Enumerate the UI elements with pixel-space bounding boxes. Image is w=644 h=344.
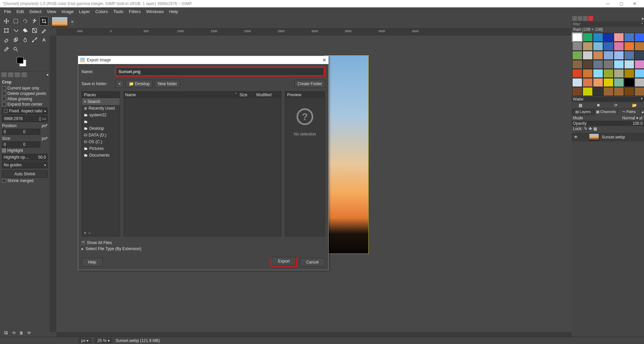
chk-allow-growing[interactable] bbox=[2, 97, 6, 101]
pattern-swatch[interactable] bbox=[614, 33, 624, 42]
pattern-swatch[interactable] bbox=[624, 78, 634, 87]
reset-options-icon[interactable]: ⟳ bbox=[28, 331, 31, 335]
pattern-swatch[interactable] bbox=[572, 51, 582, 60]
pattern-swatch[interactable] bbox=[635, 51, 644, 60]
status-zoom[interactable]: 25 % ▾ bbox=[95, 338, 112, 343]
tool-pencil[interactable] bbox=[40, 26, 48, 35]
pattern-swatch[interactable] bbox=[635, 87, 644, 96]
export-button[interactable]: Export bbox=[272, 257, 296, 266]
tab-fonts-icon[interactable] bbox=[583, 16, 588, 21]
pattern-swatch[interactable] bbox=[593, 69, 603, 78]
tab-channels[interactable]: ▦ Channels bbox=[595, 109, 618, 115]
opacity-value[interactable]: 100.0 bbox=[633, 121, 643, 126]
place-os-c[interactable]: ⛁OS (C:) bbox=[82, 138, 120, 145]
pattern-swatch[interactable] bbox=[624, 69, 634, 78]
pattern-swatch[interactable] bbox=[593, 78, 603, 87]
pattern-swatch[interactable] bbox=[603, 51, 613, 60]
restore-options-icon[interactable]: ⟲ bbox=[12, 331, 15, 335]
fixed-aspect-dropdown[interactable]: Fixed Aspect ratio ▾ bbox=[2, 108, 48, 114]
tab-undo-history-icon[interactable] bbox=[15, 72, 20, 77]
pattern-swatch[interactable] bbox=[583, 51, 593, 60]
fg-color-swatch[interactable] bbox=[17, 57, 23, 64]
layer-item[interactable]: 👁 Sunset.webp bbox=[572, 133, 644, 141]
document-tab-close[interactable]: ✕ bbox=[70, 20, 74, 24]
tool-rect-select[interactable] bbox=[11, 17, 20, 25]
pattern-swatch[interactable] bbox=[593, 60, 603, 69]
pos-y-input[interactable]: 0 bbox=[21, 129, 40, 135]
file-list-body[interactable] bbox=[124, 98, 281, 236]
menu-image[interactable]: Image bbox=[59, 8, 76, 15]
pattern-swatch[interactable] bbox=[583, 87, 593, 96]
tool-color-picker[interactable] bbox=[2, 45, 11, 54]
lock-pixels-icon[interactable]: ✎ bbox=[584, 126, 587, 131]
document-tab-sunset[interactable] bbox=[52, 17, 68, 27]
pattern-swatch[interactable] bbox=[593, 51, 603, 60]
pattern-swatch[interactable] bbox=[635, 33, 644, 42]
help-button[interactable]: Help bbox=[82, 258, 103, 267]
lock-position-icon[interactable]: ✥ bbox=[589, 126, 592, 131]
tool-fuzzy-select[interactable] bbox=[30, 17, 39, 25]
pattern-swatch[interactable] bbox=[635, 42, 644, 51]
menu-tools[interactable]: Tools bbox=[111, 8, 126, 15]
tab-brushes-icon[interactable] bbox=[572, 16, 577, 21]
place-documents[interactable]: 🖿Documents bbox=[82, 152, 120, 159]
delete-options-icon[interactable]: 🗑 bbox=[19, 331, 23, 335]
pos-x-input[interactable]: 0 bbox=[2, 129, 21, 135]
pattern-swatch[interactable] bbox=[635, 78, 644, 87]
pattern-swatch[interactable] bbox=[603, 60, 613, 69]
pattern-swatch[interactable] bbox=[572, 78, 582, 87]
pattern-open-icon[interactable]: 📂 bbox=[632, 103, 637, 108]
pattern-refresh-icon[interactable]: ⟳ bbox=[614, 103, 618, 108]
pattern-swatch[interactable] bbox=[572, 42, 582, 51]
tab-tool-options-icon[interactable] bbox=[1, 72, 7, 77]
dialog-close-button[interactable]: ✕ bbox=[322, 57, 326, 63]
place-desktop[interactable]: 🖿Desktop bbox=[82, 125, 120, 132]
ratio-input[interactable]: 3968:2976 ▯ ▭ bbox=[2, 115, 48, 122]
menu-windows[interactable]: Windows bbox=[143, 8, 166, 15]
pattern-swatch[interactable] bbox=[583, 42, 593, 51]
tab-layers[interactable]: ▤ Layers bbox=[572, 109, 595, 115]
tool-eraser[interactable] bbox=[2, 36, 11, 44]
menu-help[interactable]: Help bbox=[166, 8, 181, 15]
menu-view[interactable]: View bbox=[44, 8, 59, 15]
tool-gradient[interactable] bbox=[30, 26, 39, 35]
menu-layer[interactable]: Layer bbox=[76, 8, 93, 15]
chk-current-layer[interactable] bbox=[2, 86, 6, 90]
pattern-edit-icon[interactable]: ▦ bbox=[579, 103, 582, 108]
tool-zoom[interactable] bbox=[11, 45, 20, 54]
chk-show-all-files[interactable]: ✕ bbox=[82, 241, 85, 244]
place-pictures[interactable]: 🖿Pictures bbox=[82, 145, 120, 152]
dock-menu-right-icon[interactable]: ◂ bbox=[641, 16, 643, 21]
tab-paths[interactable]: ⤳ Paths bbox=[618, 109, 641, 115]
pattern-swatch[interactable] bbox=[614, 69, 624, 78]
menu-select[interactable]: Select bbox=[26, 8, 44, 15]
menu-file[interactable]: File bbox=[1, 8, 14, 15]
pattern-swatch[interactable] bbox=[624, 87, 634, 96]
window-maximize-button[interactable]: ▢ bbox=[614, 1, 628, 6]
pattern-swatch[interactable] bbox=[603, 42, 613, 51]
lock-alpha-icon[interactable]: ▦ bbox=[593, 126, 597, 131]
tool-free-select[interactable] bbox=[21, 17, 30, 25]
tab-history-icon[interactable] bbox=[588, 16, 593, 21]
scrollbar-horizontal[interactable] bbox=[56, 332, 572, 337]
chk-shrink-merged[interactable] bbox=[2, 179, 6, 183]
menu-filters[interactable]: Filters bbox=[126, 8, 143, 15]
highlight-opacity-slider[interactable]: Highlight op…50.0 bbox=[2, 154, 48, 161]
tab-device-status-icon[interactable] bbox=[8, 72, 13, 77]
path-segment-new-folder[interactable]: New folder bbox=[155, 80, 180, 88]
pattern-swatch[interactable] bbox=[603, 78, 613, 87]
tool-warp[interactable] bbox=[11, 26, 20, 35]
pattern-swatch[interactable] bbox=[624, 42, 634, 51]
place-system32[interactable]: 🖿system32 bbox=[82, 112, 120, 118]
pattern-delete-icon[interactable]: ✖ bbox=[597, 103, 600, 108]
chk-delete-cropped[interactable] bbox=[2, 92, 6, 96]
pattern-swatch[interactable] bbox=[635, 69, 644, 78]
chk-highlight[interactable] bbox=[2, 149, 6, 153]
tool-transform[interactable] bbox=[2, 26, 11, 35]
tool-move[interactable] bbox=[2, 17, 11, 25]
create-folder-button[interactable]: Create Folder bbox=[294, 80, 325, 88]
path-segment-desktop[interactable]: 📁 Desktop bbox=[126, 80, 153, 88]
pattern-swatch[interactable] bbox=[603, 87, 613, 96]
select-file-type-label[interactable]: Select File Type (By Extension) bbox=[86, 246, 142, 251]
col-name[interactable]: Name bbox=[125, 93, 235, 97]
